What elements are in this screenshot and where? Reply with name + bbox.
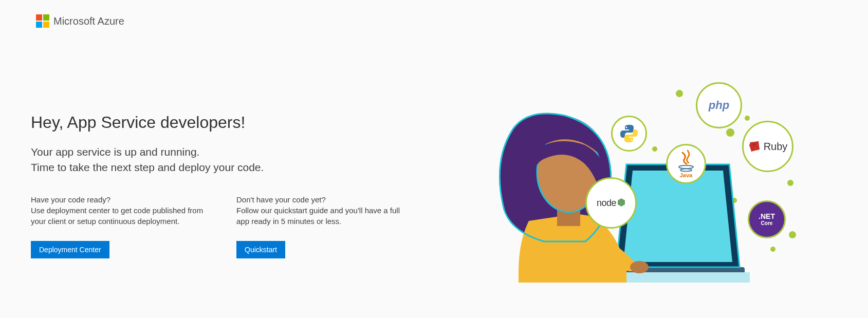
column-quickstart: Don't have your code yet? Follow our qui… <box>236 195 411 258</box>
ruby-icon: Ruby <box>742 121 793 172</box>
column-deployment: Have your code ready? Use deployment cen… <box>31 195 206 258</box>
quickstart-question: Don't have your code yet? <box>236 195 411 204</box>
node-icon: node <box>585 177 637 229</box>
python-icon <box>611 116 647 152</box>
svg-point-7 <box>679 165 693 169</box>
dotnet-icon: .NET Core <box>748 200 786 238</box>
subtitle-line-2: Time to take the next step and deploy yo… <box>31 160 421 175</box>
brand-logo: Microsoft Azure <box>36 14 124 28</box>
svg-point-2 <box>630 261 649 273</box>
quickstart-description: Follow our quickstart guide and you'll h… <box>236 205 411 227</box>
java-icon: Java <box>666 144 706 184</box>
svg-point-6 <box>631 139 633 141</box>
microsoft-logo-icon <box>36 14 49 28</box>
deployment-center-button[interactable]: Deployment Center <box>31 241 109 258</box>
subtitle-line-1: Your app service is up and running. <box>31 144 421 160</box>
page-title: Hey, App Service developers! <box>31 113 421 132</box>
main-content: Hey, App Service developers! Your app se… <box>31 113 421 258</box>
page-subtitle: Your app service is up and running. Time… <box>31 144 421 176</box>
brand-text: Microsoft Azure <box>53 15 124 27</box>
deployment-question: Have your code ready? <box>31 195 206 204</box>
quickstart-button[interactable]: Quickstart <box>236 241 285 258</box>
svg-point-8 <box>680 169 692 172</box>
deployment-description: Use deployment center to get code publis… <box>31 205 206 227</box>
svg-text:Java: Java <box>680 172 693 178</box>
hero-illustration: php Ruby Java node .NET Core <box>483 77 801 283</box>
svg-point-5 <box>626 127 627 128</box>
php-icon: php <box>696 82 742 128</box>
